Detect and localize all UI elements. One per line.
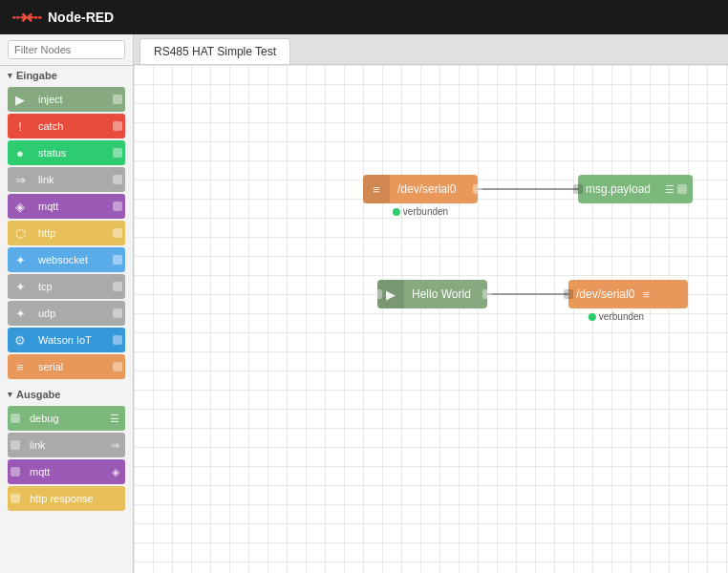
node-list: ▾ Eingabe ▶ inject ! catch ● status ⇒ li… bbox=[0, 66, 133, 573]
serial-icon: ≡ bbox=[8, 354, 32, 379]
sidebar-node-link[interactable]: ⇒ link bbox=[8, 167, 125, 192]
sidebar-node-udp-label: udp bbox=[32, 308, 113, 319]
udp-icon: ✦ bbox=[8, 301, 32, 326]
sidebar-node-debug-label: debug bbox=[20, 413, 110, 424]
websocket-icon: ✦ bbox=[8, 247, 32, 272]
sidebar-node-websocket[interactable]: ✦ websocket bbox=[8, 247, 125, 272]
logo-icon: ⇢⇠ bbox=[11, 6, 40, 29]
payload-menu-box-icon bbox=[677, 184, 687, 194]
debug-port-left bbox=[11, 414, 20, 423]
mqtt-out-port-left bbox=[11, 467, 20, 477]
sidebar-node-websocket-label: websocket bbox=[32, 254, 113, 265]
status-port-right bbox=[113, 148, 122, 158]
sidebar: ▾ Eingabe ▶ inject ! catch ● status ⇒ li… bbox=[0, 34, 134, 573]
websocket-port-right bbox=[113, 255, 122, 265]
http-icon: ⬡ bbox=[8, 221, 32, 245]
hello-world-port-right bbox=[482, 289, 492, 299]
sidebar-node-catch-label: catch bbox=[32, 120, 113, 132]
ausgabe-category-label: Ausgabe bbox=[16, 389, 60, 400]
mqtt-icon: ◈ bbox=[8, 194, 32, 219]
category-eingabe[interactable]: ▾ Eingabe bbox=[0, 66, 133, 85]
mqtt-out-icon: ◈ bbox=[112, 466, 119, 478]
sidebar-node-watson[interactable]: ⚙ Watson IoT bbox=[8, 328, 125, 352]
ausgabe-chevron-icon: ▾ bbox=[8, 390, 12, 399]
hello-world-port-left bbox=[373, 289, 382, 299]
tcp-icon: ✦ bbox=[8, 274, 32, 299]
serial-out-port-left bbox=[564, 289, 573, 299]
hello-world-label: Hello World bbox=[404, 287, 479, 301]
http-port-right bbox=[113, 228, 122, 238]
sidebar-node-inject-label: inject bbox=[32, 94, 113, 105]
canvas[interactable]: ≡ /dev/serial0 verbunden msg.payload ☰ bbox=[134, 65, 728, 573]
sidebar-node-debug[interactable]: debug ☰ bbox=[8, 406, 125, 431]
watson-port-right bbox=[113, 335, 122, 345]
sidebar-node-mqtt-label: mqtt bbox=[32, 201, 113, 212]
sidebar-node-inject[interactable]: ▶ inject bbox=[8, 87, 125, 112]
sidebar-node-http-response-label: http response bbox=[20, 493, 125, 504]
serial-in-badge: verbunden bbox=[393, 206, 448, 217]
canvas-node-serial-out[interactable]: /dev/serial0 ≡ verbunden bbox=[568, 280, 688, 308]
topbar: ⇢⇠ Node-RED bbox=[0, 0, 728, 34]
link-icon: ⇒ bbox=[8, 167, 32, 192]
udp-port-right bbox=[113, 308, 122, 318]
sidebar-node-catch[interactable]: ! catch bbox=[8, 114, 125, 138]
sidebar-node-mqtt-out[interactable]: mqtt ◈ bbox=[8, 459, 125, 484]
chevron-icon: ▾ bbox=[8, 71, 12, 80]
catch-port-right bbox=[113, 121, 122, 131]
sidebar-node-serial-label: serial bbox=[32, 361, 113, 372]
sidebar-node-watson-label: Watson IoT bbox=[32, 334, 113, 346]
sidebar-node-mqtt-out-label: mqtt bbox=[20, 466, 112, 478]
status-icon: ● bbox=[8, 140, 32, 165]
category-label: Eingabe bbox=[16, 70, 57, 81]
sidebar-node-link-label: link bbox=[32, 174, 113, 185]
mqtt-port-right bbox=[113, 202, 122, 211]
canvas-node-msg-payload[interactable]: msg.payload ☰ bbox=[578, 175, 693, 203]
inject-icon: ▶ bbox=[8, 87, 32, 112]
filter-nodes-input[interactable] bbox=[8, 40, 125, 59]
serial-in-badge-dot bbox=[393, 208, 400, 216]
link-port-right bbox=[113, 175, 122, 184]
serial-in-label: /dev/serial0 bbox=[390, 182, 463, 196]
main-area: ▾ Eingabe ▶ inject ! catch ● status ⇒ li… bbox=[0, 34, 728, 573]
canvas-node-hello-world[interactable]: ▶ Hello World bbox=[377, 280, 487, 308]
sidebar-node-http-label: http bbox=[32, 227, 113, 239]
msg-payload-label: msg.payload bbox=[578, 182, 658, 196]
serial-out-badge-dot bbox=[589, 313, 596, 321]
serial-in-badge-text: verbunden bbox=[403, 206, 448, 217]
sidebar-node-status-label: status bbox=[32, 147, 113, 159]
serial-in-icon: ≡ bbox=[363, 175, 390, 203]
canvas-area: RS485 HAT Simple Test ≡ /dev/serial0 bbox=[134, 34, 728, 573]
http-response-port-left bbox=[11, 494, 20, 503]
serial-out-badge-text: verbunden bbox=[599, 311, 644, 322]
serial-out-icon: ≡ bbox=[642, 287, 650, 302]
filter-bar bbox=[0, 34, 133, 66]
sidebar-node-serial[interactable]: ≡ serial bbox=[8, 354, 125, 379]
link-out-arrow-icon: ⇒ bbox=[111, 439, 119, 452]
serial-in-port-right bbox=[473, 184, 482, 194]
tab-rs485[interactable]: RS485 HAT Simple Test bbox=[139, 38, 290, 64]
canvas-node-serial-in[interactable]: ≡ /dev/serial0 verbunden bbox=[363, 175, 478, 203]
sidebar-node-mqtt[interactable]: ◈ mqtt bbox=[8, 194, 125, 219]
app-title: Node-RED bbox=[48, 10, 114, 25]
category-ausgabe[interactable]: ▾ Ausgabe bbox=[0, 385, 133, 404]
msg-payload-menu: ☰ bbox=[665, 183, 687, 196]
msg-payload-port-left bbox=[573, 184, 583, 194]
link-out-port-left bbox=[11, 440, 20, 450]
sidebar-node-status[interactable]: ● status bbox=[8, 140, 125, 165]
sidebar-node-tcp[interactable]: ✦ tcp bbox=[8, 274, 125, 299]
serial-out-label: /dev/serial0 bbox=[568, 287, 642, 301]
sidebar-node-link-out-label: link bbox=[20, 439, 111, 451]
tab-bar: RS485 HAT Simple Test bbox=[134, 34, 728, 65]
sidebar-node-tcp-label: tcp bbox=[32, 281, 113, 292]
serial-port-right bbox=[113, 362, 122, 371]
serial-out-badge: verbunden bbox=[589, 311, 644, 322]
inject-port-right bbox=[113, 95, 122, 104]
payload-menu-lines-icon: ☰ bbox=[665, 183, 674, 196]
tcp-port-right bbox=[113, 282, 122, 291]
sidebar-node-udp[interactable]: ✦ udp bbox=[8, 301, 125, 326]
sidebar-node-link-out[interactable]: link ⇒ bbox=[8, 433, 125, 457]
sidebar-node-http-response[interactable]: http response bbox=[8, 486, 125, 511]
sidebar-node-http[interactable]: ⬡ http bbox=[8, 221, 125, 245]
debug-menu-icon: ☰ bbox=[110, 413, 119, 425]
catch-icon: ! bbox=[8, 114, 32, 138]
